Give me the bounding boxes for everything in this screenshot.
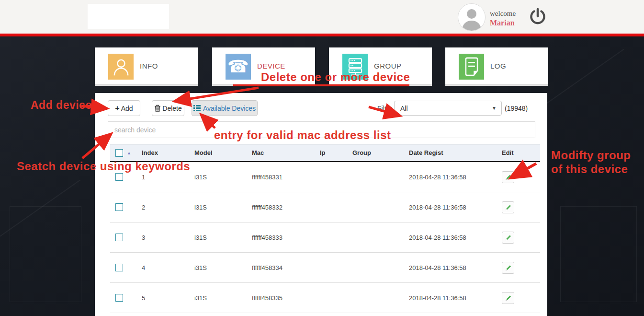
- pencil-icon: [505, 174, 512, 181]
- annotation-modify-group: Modifty group of this device: [551, 148, 640, 176]
- cell-mac: ffffff458335: [247, 294, 315, 302]
- device-count: (19948): [505, 105, 528, 112]
- server-icon: [342, 54, 368, 80]
- person-icon: [108, 54, 134, 80]
- pencil-icon: [505, 204, 512, 211]
- delete-button[interactable]: Delete: [152, 100, 184, 116]
- tab-info-label: INFO: [140, 62, 158, 70]
- welcome-label: welcome: [490, 9, 516, 18]
- document-icon: [459, 54, 484, 80]
- column-header-group[interactable]: Group: [348, 149, 404, 156]
- username: Marian: [490, 18, 516, 28]
- edit-button[interactable]: [502, 201, 514, 213]
- table-row: 3 i31S ffffff458333 2018-04-28 11:36:58: [110, 222, 540, 253]
- cell-model: i31S: [190, 294, 247, 302]
- chevron-down-icon: ▼: [492, 105, 497, 111]
- cell-index: 3: [137, 234, 190, 241]
- row-checkbox[interactable]: [115, 294, 123, 302]
- trash-icon: [154, 105, 161, 112]
- tab-info[interactable]: INFO: [95, 47, 198, 86]
- cell-date-regist: 2018-04-28 11:36:58: [404, 264, 486, 271]
- pencil-icon: [505, 234, 512, 241]
- row-checkbox[interactable]: [115, 203, 123, 211]
- tab-log[interactable]: LOG: [445, 47, 548, 86]
- edit-button[interactable]: [502, 262, 514, 274]
- cell-date-regist: 2018-04-28 11:36:58: [404, 294, 486, 302]
- table-row: 1 i31S ffffff458331 2018-04-28 11:36:58: [110, 162, 540, 192]
- table-row: 5 i31S ffffff458335 2018-04-28 11:36:58: [110, 283, 540, 313]
- filter-selected-value: All: [395, 105, 408, 112]
- table-body: 1 i31S ffffff458331 2018-04-28 11:36:58 …: [110, 162, 540, 313]
- cell-mac: ffffff458334: [247, 264, 315, 271]
- power-icon: [529, 8, 546, 26]
- phone-icon: ☎: [226, 54, 251, 80]
- cell-date-regist: 2018-04-28 11:36:58: [404, 174, 486, 181]
- list-icon: [193, 105, 201, 111]
- device-panel: +Add Delete Available Devices Filter All…: [95, 93, 547, 316]
- table-row: 4 i31S ffffff458334 2018-04-28 11:36:58: [110, 253, 540, 283]
- cell-date-regist: 2018-04-28 11:36:58: [404, 234, 486, 241]
- edit-button[interactable]: [502, 292, 514, 304]
- annotation-add-device: Add device: [31, 99, 92, 112]
- logo-placeholder: [88, 4, 169, 29]
- column-header-edit: Edit: [486, 149, 540, 156]
- column-header-index[interactable]: Index: [137, 149, 190, 156]
- cell-index: 4: [137, 264, 190, 271]
- background-photo-hint: [10, 206, 81, 302]
- logout-power-button[interactable]: [529, 8, 547, 27]
- cell-model: i31S: [190, 174, 247, 181]
- tab-device-label: DEVICE: [257, 62, 285, 70]
- cell-mac: ffffff458332: [247, 204, 315, 211]
- tab-log-label: LOG: [490, 62, 506, 70]
- cell-index: 1: [137, 174, 190, 181]
- tab-group-label: GROUP: [374, 62, 402, 70]
- table-header-row: ▲ Index Model Mac Ip Group Date Regist E…: [110, 144, 540, 162]
- edit-button[interactable]: [502, 171, 514, 183]
- cell-model: i31S: [190, 264, 247, 271]
- user-silhouette-icon: [458, 4, 485, 31]
- background-streak: [0, 180, 80, 252]
- pencil-icon: [505, 294, 512, 302]
- background-streak: [545, 49, 624, 105]
- row-checkbox[interactable]: [115, 234, 123, 241]
- select-all-checkbox[interactable]: [115, 149, 123, 157]
- plus-icon: +: [115, 104, 119, 113]
- device-table: ▲ Index Model Mac Ip Group Date Regist E…: [110, 144, 540, 313]
- row-checkbox[interactable]: [115, 264, 123, 271]
- row-checkbox[interactable]: [115, 173, 123, 181]
- cell-mac: ffffff458333: [247, 234, 315, 241]
- column-header-mac[interactable]: Mac: [247, 149, 315, 156]
- column-header-model[interactable]: Model: [190, 149, 247, 156]
- filter-dropdown[interactable]: All ▼: [394, 101, 502, 116]
- cell-model: i31S: [190, 204, 247, 211]
- filter-label: Filter: [377, 105, 392, 112]
- accent-divider: [0, 34, 644, 36]
- tab-device[interactable]: ☎ DEVICE: [212, 47, 315, 86]
- avatar[interactable]: [458, 3, 486, 31]
- table-row: 2 i31S ffffff458332 2018-04-28 11:36:58: [110, 192, 540, 222]
- available-devices-button[interactable]: Available Devices: [192, 100, 258, 116]
- search-input[interactable]: [108, 121, 535, 138]
- pencil-icon: [505, 264, 512, 271]
- top-header: welcome Marian: [0, 0, 644, 34]
- column-header-ip[interactable]: Ip: [315, 149, 348, 156]
- background-photo-hint: [560, 206, 637, 302]
- cell-model: i31S: [190, 234, 247, 241]
- tab-group[interactable]: GROUP: [329, 47, 432, 86]
- add-button[interactable]: +Add: [108, 100, 140, 116]
- cell-mac: ffffff458331: [247, 174, 315, 181]
- sort-asc-icon[interactable]: ▲: [127, 151, 131, 155]
- cell-date-regist: 2018-04-28 11:36:58: [404, 204, 486, 211]
- edit-button[interactable]: [502, 232, 514, 244]
- cell-index: 2: [137, 204, 190, 211]
- column-header-date-regist[interactable]: Date Regist: [404, 149, 486, 156]
- cell-index: 5: [137, 294, 190, 302]
